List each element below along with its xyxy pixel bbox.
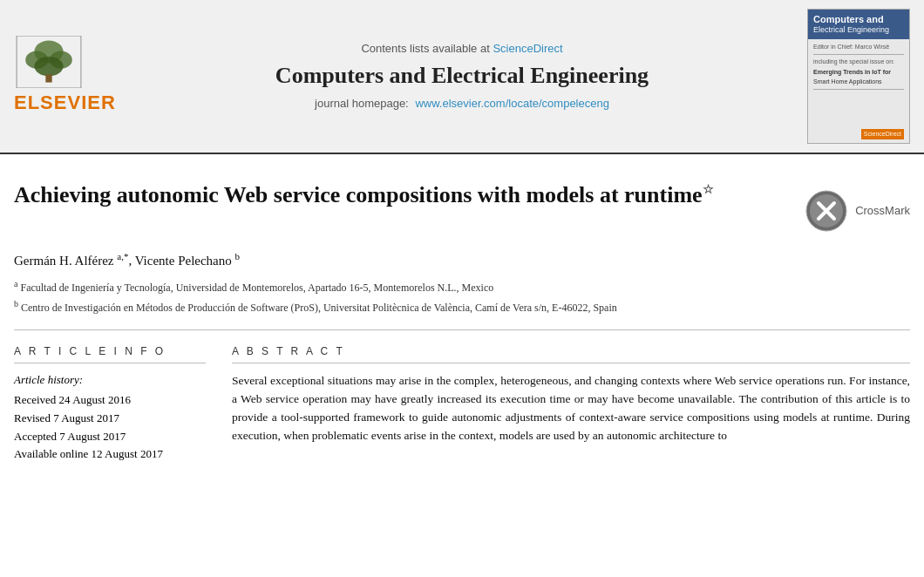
article-body: A R T I C L E I N F O Article history: R…: [14, 329, 910, 464]
available-online-line: Available online 12 August 2017: [14, 445, 206, 464]
contents-line: Contents lists available at ScienceDirec…: [145, 41, 779, 57]
article-title-text: Achieving autonomic Web service composit…: [14, 182, 703, 207]
elsevier-wordmark: ELSEVIER: [14, 90, 116, 117]
accepted-line: Accepted 7 August 2017: [14, 428, 206, 446]
article-title-left: Achieving autonomic Web service composit…: [14, 180, 796, 215]
cover-title-main: Computers and: [813, 13, 904, 25]
elsevier-logo: ELSEVIER: [14, 36, 116, 117]
article-history-items: Received 24 August 2016 Revised 7 August…: [14, 391, 206, 464]
elsevier-tree-icon: [14, 36, 84, 88]
accepted-label: Accepted 7 August 2017: [14, 430, 126, 443]
affil-a-text: Facultad de Ingeniería y Tecnología, Uni…: [20, 282, 493, 294]
crossmark-icon: [805, 189, 848, 233]
journal-cover-section: Computers and Electrical Engineering Edi…: [797, 9, 910, 144]
affil-b-text: Centro de Investigación en Métodos de Pr…: [21, 302, 617, 314]
journal-homepage-line: journal homepage: www.elsevier.com/locat…: [145, 96, 779, 112]
svg-rect-5: [45, 74, 51, 82]
cover-divider: [813, 54, 904, 55]
revised-label: Revised 7 August 2017: [14, 411, 119, 424]
cover-detail-3: Emerging Trends in IoT for: [813, 68, 904, 77]
svg-point-4: [34, 57, 63, 76]
affiliation-a: a Facultad de Ingeniería y Tecnología, U…: [14, 277, 910, 295]
homepage-prefix: journal homepage:: [315, 97, 409, 110]
authors-line: Germán H. Alférez a,*, Vicente Pelechano…: [14, 250, 910, 270]
received-label: Received 24 August 2016: [14, 393, 131, 406]
affiliation-b: b Centro de Investigación en Métodos de …: [14, 297, 910, 316]
page-header: ELSEVIER Contents lists available at Sci…: [0, 0, 924, 154]
cover-sciencedirect-badge: ScienceDirect: [861, 129, 904, 139]
cover-divider-2: [813, 89, 904, 90]
article-history-label: Article history:: [14, 372, 206, 388]
available-online-label: Available online 12 August 2017: [14, 447, 163, 460]
cover-detail-1: Editor in Chief: Marco Wirsë: [813, 43, 904, 51]
cover-top: Computers and Electrical Engineering: [808, 10, 909, 39]
abstract-section: A B S T R A C T Several exceptional situ…: [232, 344, 910, 464]
cover-detail-2: including the special issue on:: [813, 58, 904, 66]
abstract-text: Several exceptional situations may arise…: [232, 372, 910, 445]
article-info-column: A R T I C L E I N F O Article history: R…: [14, 344, 206, 464]
article-info-heading: A R T I C L E I N F O: [14, 344, 206, 363]
star-symbol-text: ☆: [703, 183, 714, 196]
author2-sup: b: [235, 251, 241, 261]
cover-title-sub: Electrical Engineering: [813, 25, 904, 36]
crossmark-label: CrossMark: [855, 203, 910, 219]
revised-line: Revised 7 August 2017: [14, 410, 206, 428]
affil-a-sup: a: [14, 279, 17, 288]
journal-info: Contents lists available at ScienceDirec…: [127, 41, 797, 112]
cover-detail-4: Smart Home Applications: [813, 78, 904, 86]
main-content: Achieving autonomic Web service composit…: [0, 154, 924, 464]
article-title-section: Achieving autonomic Web service composit…: [14, 172, 910, 233]
affiliations: a Facultad de Ingeniería y Tecnología, U…: [14, 277, 910, 316]
elsevier-logo-section: ELSEVIER: [14, 36, 127, 117]
abstract-heading: A B S T R A C T: [232, 344, 910, 363]
journal-cover-image: Computers and Electrical Engineering Edi…: [807, 9, 910, 144]
article-star-sup: ☆: [703, 183, 714, 196]
cover-bottom: Editor in Chief: Marco Wirsë including t…: [808, 39, 909, 143]
affil-b-sup: b: [14, 299, 18, 309]
journal-homepage-link[interactable]: www.elsevier.com/locate/compeleceng: [415, 97, 609, 110]
journal-title: Computers and Electrical Engineering: [145, 60, 779, 92]
article-title: Achieving autonomic Web service composit…: [14, 180, 778, 210]
author1-sup: a,*: [117, 251, 128, 261]
received-line: Received 24 August 2016: [14, 391, 206, 410]
crossmark-badge[interactable]: CrossMark: [796, 189, 910, 233]
contents-prefix: Contents lists available at: [361, 42, 489, 55]
sciencedirect-link[interactable]: ScienceDirect: [493, 42, 562, 55]
